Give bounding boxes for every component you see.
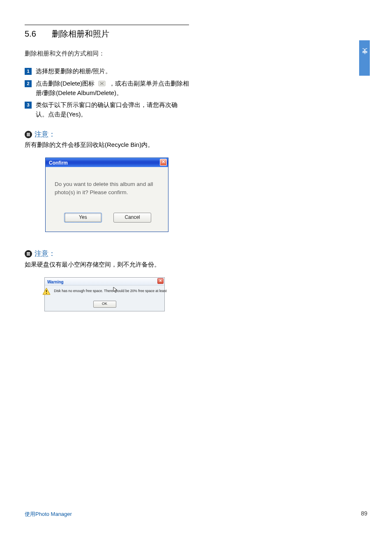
step-number-badge: 1 xyxy=(25,68,32,75)
steps-list: 1 选择想要删除的相册/照片。 2 点击删除(Delete)图标 ，或右击副菜单… xyxy=(25,66,189,119)
step-item: 2 点击删除(Delete)图标 ，或右击副菜单并点击删除相册/删除(Delet… xyxy=(25,79,189,98)
warning-dialog: Warning × xyxy=(44,277,165,311)
language-tab-label: 中文 xyxy=(360,57,369,59)
dialog-titlebar: Warning × xyxy=(45,278,164,285)
step-text: 类似于以下所示窗口的确认窗口会弹出，请您再次确认。点击是(Yes)。 xyxy=(36,100,189,119)
dialog-titlebar: Confirm × xyxy=(46,158,168,167)
dialog-buttons: Yes Cancel xyxy=(55,212,161,223)
cancel-button[interactable]: Cancel xyxy=(113,213,151,223)
step-number-badge: 2 xyxy=(25,80,32,87)
dialog-body: Disk has no enough free space. There sho… xyxy=(45,285,164,311)
step-text: 选择想要删除的相册/照片。 xyxy=(36,66,189,76)
confirm-dialog: Confirm × Do you want to delete this alb… xyxy=(45,158,168,232)
svg-rect-4 xyxy=(46,290,47,292)
dialog-message: Disk has no enough free space. There sho… xyxy=(54,288,166,294)
note-icon xyxy=(25,250,32,258)
delete-icon xyxy=(98,79,106,85)
language-tab: 中文 xyxy=(359,40,370,76)
section-rule xyxy=(25,25,189,25)
yes-button[interactable]: Yes xyxy=(64,213,102,223)
cursor-icon xyxy=(113,286,119,293)
step-text: 点击删除(Delete)图标 ，或右击副菜单并点击删除相册/删除(Delete … xyxy=(36,79,189,98)
close-button[interactable]: × xyxy=(157,278,164,284)
ok-button[interactable]: OK xyxy=(93,301,116,308)
note-label: 注意： xyxy=(35,129,55,140)
dialog-title: Confirm xyxy=(49,160,68,166)
section-title: 删除相册和照片 xyxy=(52,28,109,40)
note-body: 所有删除的文件会移至回收站(Recycle Bin)内。 xyxy=(25,140,189,149)
dialog-message: Do you want to delete this album and all… xyxy=(55,180,161,196)
svg-rect-5 xyxy=(46,293,47,294)
page-number: 89 xyxy=(361,509,367,518)
step-item: 1 选择想要删除的相册/照片。 xyxy=(25,66,189,76)
close-icon: × xyxy=(161,158,165,165)
section-heading: 5.6 删除相册和照片 xyxy=(25,28,189,40)
warning-icon xyxy=(42,287,51,295)
step-text-a: 点击删除(Delete)图标 xyxy=(36,80,97,87)
note-body: 如果硬盘仅有最小空闲存储空间，则不允许备份。 xyxy=(25,260,189,269)
footer-section-label: 使用Photo Manager xyxy=(25,510,72,518)
note-heading: 注意： xyxy=(25,248,189,259)
note-heading: 注意： xyxy=(25,129,189,140)
step-item: 3 类似于以下所示窗口的确认窗口会弹出，请您再次确认。点击是(Yes)。 xyxy=(25,100,189,119)
section-number: 5.6 xyxy=(25,28,49,40)
intro-text: 删除相册和文件的方式相同： xyxy=(25,49,189,58)
dialog-body: Do you want to delete this album and all… xyxy=(46,167,168,232)
note-icon xyxy=(25,131,32,138)
close-button[interactable]: × xyxy=(160,159,167,166)
note-label: 注意： xyxy=(35,248,55,259)
step-number-badge: 3 xyxy=(25,102,32,109)
dialog-title: Warning xyxy=(47,280,64,284)
close-icon: × xyxy=(159,278,161,283)
